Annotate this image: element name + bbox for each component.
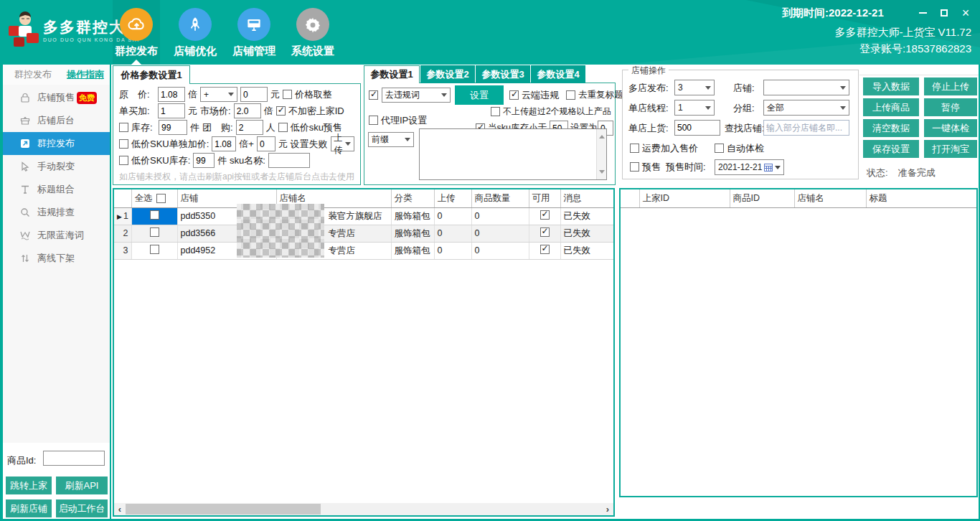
maximize-button[interactable] [937,6,951,20]
available-checkbox[interactable] [540,210,550,220]
stock-input[interactable] [159,120,187,135]
no-encrypt-checkbox[interactable] [276,106,286,116]
stop-upload-button[interactable]: 停止上传 [924,78,977,95]
price-round-checkbox[interactable] [283,90,292,99]
group-select[interactable]: 全部 [763,100,849,116]
tab-param-2[interactable]: 参数设置2 [420,65,475,83]
column-header-category[interactable]: 分类 [391,189,434,207]
set-button[interactable]: 设置 [455,85,504,105]
table-row[interactable]: ▶1 pdd5350 装官方旗舰店 服饰箱包 0 0 已失效 [114,207,613,225]
sidebar-item-shop-presale[interactable]: 店铺预售 免费 [3,86,110,109]
nav-item-shop-manage[interactable]: 店铺管理 [230,0,278,65]
scroll-right-arrow[interactable]: › [602,503,613,515]
low-sku-stock-checkbox[interactable] [119,156,128,165]
textarea-scrollbar[interactable] [596,129,606,179]
column-header-shop-name[interactable]: 店铺名 [794,189,866,207]
column-header-upload[interactable]: 上传 [434,189,471,207]
presale-checkbox[interactable] [630,162,639,172]
add-amount-input[interactable] [240,87,268,102]
scrollbar-thumb[interactable] [126,504,321,515]
product-id-input[interactable] [43,451,105,466]
refresh-shop-button[interactable]: 刷新店铺 [6,499,52,517]
column-header-product-id[interactable]: 商品ID [730,189,794,207]
nav-item-shop-optimize[interactable]: 店铺优化 [171,0,219,65]
select-cell[interactable] [131,225,177,242]
one-key-check-button[interactable]: 一键体检 [924,119,977,137]
groupbuy-input[interactable] [236,120,263,135]
column-header-source-id[interactable]: 上家ID [639,189,730,207]
column-header-available[interactable]: 可用 [529,189,560,207]
low-sku-price-input[interactable] [212,136,236,151]
row-checkbox[interactable] [150,245,159,254]
tab-param-1[interactable]: 参数设置1 [364,65,420,83]
upload-products-button[interactable]: 上传商品 [863,98,919,116]
select-all-checkbox[interactable] [156,194,166,203]
sidebar-item-offline-remove[interactable]: 离线下架 [3,247,110,270]
single-buy-input[interactable] [158,103,185,118]
row-checkbox[interactable] [150,227,159,237]
sidebar-item-title-combine[interactable]: 标题组合 [3,178,110,201]
low-sku-stock-input[interactable] [193,153,215,168]
tab-price-params[interactable]: 价格参数设置1 [113,65,190,84]
sidebar-item-shop-backend[interactable]: 店铺后台 [3,109,110,132]
import-data-button[interactable]: 导入数据 [863,78,919,95]
orig-price-input[interactable] [158,87,185,102]
scroll-down-arrow-icon[interactable] [599,170,605,177]
jump-to-source-button[interactable]: 跳转上家 [6,477,52,494]
horizontal-scrollbar[interactable]: ‹ › [114,503,613,515]
sidebar-item-blue-ocean-words[interactable]: 无限蓝海词 [3,224,110,247]
table-row[interactable]: 2 pdd3566 专营店 服饰箱包 0 0 已失效 [114,225,613,242]
cloud-violation-checkbox[interactable] [509,90,519,100]
available-checkbox[interactable] [540,227,550,237]
sidebar-item-violation-check[interactable]: 违规排查 [3,201,110,224]
nav-item-system-settings[interactable]: 系统设置 [289,0,336,65]
over2-spec-checkbox[interactable] [491,107,500,116]
dedup-title-checkbox[interactable] [566,90,575,100]
select-cell[interactable] [131,242,177,259]
multi-publish-select[interactable]: 3 [674,80,715,95]
price-op-select[interactable]: + [200,87,237,102]
proxy-ip-checkbox[interactable] [369,116,378,125]
low-sku-presale-checkbox[interactable] [278,123,288,132]
operation-guide-link[interactable]: 操作指南 [67,68,104,81]
scroll-up-arrow-icon[interactable] [599,132,605,139]
selected-cell[interactable] [131,207,177,225]
start-workbench-button[interactable]: 启动工作台 [56,499,108,517]
market-price-input[interactable] [234,103,261,118]
sidebar-item-manual-fission[interactable]: 手动裂变 [3,155,110,178]
column-header-title[interactable]: 标题 [866,189,976,207]
open-taobao-button[interactable]: 打开淘宝 [924,140,977,158]
clear-data-button[interactable]: 清空数据 [863,119,919,137]
shop-select[interactable] [763,80,849,95]
minimize-button[interactable] [915,6,930,20]
autocheck-checkbox[interactable] [715,144,724,153]
tab-param-4[interactable]: 参数设置4 [531,65,585,83]
available-checkbox[interactable] [540,245,550,254]
prefix-select[interactable]: 前缀 [368,132,414,147]
pause-button[interactable]: 暂停 [924,98,977,116]
violation-select[interactable]: 去违规词 [382,88,451,103]
sidebar-item-qunkong-publish[interactable]: 群控发布 [3,132,110,155]
stock-checkbox[interactable] [119,123,128,132]
presale-date-picker[interactable]: 2021-12-21 [715,159,784,175]
column-header-message[interactable]: 消息 [560,189,613,207]
nav-item-qunkong-publish[interactable]: 群控发布 [113,0,160,65]
refresh-api-button[interactable]: 刷新API [56,477,108,494]
row-checkbox[interactable] [150,210,159,220]
prefix-textarea[interactable] [419,128,607,180]
freight-checkbox[interactable] [630,144,639,153]
table-row[interactable]: 3 pdd4952 专营店 服饰箱包 0 0 已失效 [114,242,613,259]
low-sku-price-checkbox[interactable] [119,139,128,149]
fail-action-select[interactable]: 上传 [331,136,354,151]
single-thread-select[interactable]: 1 [674,100,715,116]
save-settings-button[interactable]: 保存设置 [863,140,919,158]
low-sku-add-input[interactable] [257,136,275,151]
single-upload-input[interactable] [674,120,720,136]
tab-param-3[interactable]: 参数设置3 [476,65,530,83]
close-button[interactable]: × [958,6,973,20]
find-shop-input[interactable] [763,120,849,136]
violation-checkbox[interactable] [369,90,378,100]
scroll-left-arrow[interactable]: ‹ [114,503,126,515]
sku-name-input[interactable] [268,153,310,168]
column-header-count[interactable]: 商品数量 [471,189,529,207]
